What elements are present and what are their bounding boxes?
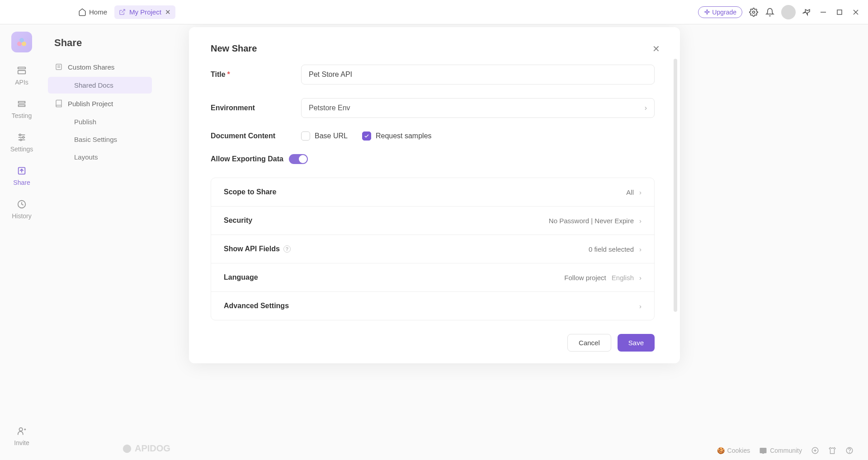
rail-invite[interactable]: Invite bbox=[14, 426, 29, 446]
svg-point-17 bbox=[23, 136, 24, 138]
svg-point-18 bbox=[20, 139, 22, 141]
tabs-area: Home My Project ✕ bbox=[73, 5, 175, 19]
modal-title: New Share bbox=[211, 43, 658, 54]
header-right: Upgrade bbox=[698, 5, 861, 19]
brand-watermark: APIDOG bbox=[122, 443, 170, 454]
close-icon[interactable] bbox=[851, 7, 861, 17]
rail-settings[interactable]: Settings bbox=[10, 132, 33, 153]
database-icon bbox=[16, 65, 27, 76]
app-header: Home My Project ✕ Upgrade bbox=[0, 0, 868, 24]
svg-rect-12 bbox=[19, 105, 25, 107]
upgrade-button[interactable]: Upgrade bbox=[698, 6, 742, 18]
sliders-icon bbox=[16, 132, 27, 143]
book-icon bbox=[54, 99, 63, 108]
footer-shirt-icon[interactable] bbox=[828, 446, 836, 455]
scrollbar-thumb[interactable] bbox=[674, 59, 677, 312]
nav-rail: APIs Testing Settings Share History Invi… bbox=[0, 24, 43, 460]
maximize-icon[interactable] bbox=[835, 7, 844, 17]
side-publish[interactable]: Publish bbox=[48, 113, 152, 130]
setting-language-label: Language bbox=[224, 273, 258, 282]
svg-point-8 bbox=[19, 38, 24, 42]
setting-language[interactable]: Language Follow projectEnglish› bbox=[211, 263, 654, 291]
cookie-icon: 🍪 bbox=[717, 447, 725, 454]
sparkle-icon bbox=[704, 9, 710, 15]
setting-security[interactable]: Security No Password | Never Expire› bbox=[211, 206, 654, 235]
avatar[interactable] bbox=[781, 5, 796, 19]
svg-point-16 bbox=[19, 134, 21, 136]
side-layouts[interactable]: Layouts bbox=[48, 149, 152, 165]
svg-point-21 bbox=[19, 428, 23, 431]
tab-project[interactable]: My Project ✕ bbox=[114, 5, 175, 19]
cancel-button[interactable]: Cancel bbox=[567, 334, 611, 352]
side-custom-shares[interactable]: Custom Shares bbox=[43, 58, 156, 76]
footer-help-icon[interactable] bbox=[845, 446, 854, 455]
save-button[interactable]: Save bbox=[618, 334, 655, 352]
checkbox-icon bbox=[301, 131, 310, 141]
side-custom-shares-label: Custom Shares bbox=[68, 63, 114, 71]
setting-advanced-label: Advanced Settings bbox=[224, 302, 289, 310]
label-title: Title* bbox=[211, 70, 301, 79]
checkbox-base-url[interactable]: Base URL bbox=[301, 131, 348, 141]
footer-cookies[interactable]: 🍪 Cookies bbox=[717, 447, 750, 454]
list-icon bbox=[54, 62, 63, 71]
setting-api-fields[interactable]: Show API Fields? 0 field selected› bbox=[211, 235, 654, 263]
svg-rect-10 bbox=[18, 70, 26, 74]
chevron-right-icon: › bbox=[645, 104, 647, 112]
modal-footer: Cancel Save bbox=[211, 334, 655, 352]
setting-advanced[interactable]: Advanced Settings › bbox=[211, 291, 654, 320]
chevron-right-icon: › bbox=[639, 274, 642, 282]
setting-scope[interactable]: Scope to Share All› bbox=[211, 178, 654, 206]
rail-apis[interactable]: APIs bbox=[15, 65, 28, 86]
chevron-right-icon: › bbox=[639, 245, 642, 253]
side-publish-project-label: Publish Project bbox=[68, 100, 113, 108]
label-export: Allow Exporting Data bbox=[211, 155, 283, 163]
footer-community[interactable]: Community bbox=[759, 446, 802, 455]
new-share-modal: New Share ✕ Title* Environment Petstore … bbox=[189, 27, 680, 363]
svg-point-1 bbox=[753, 11, 755, 13]
share-icon bbox=[16, 165, 27, 176]
gear-icon[interactable] bbox=[749, 7, 759, 17]
environment-value: Petstore Env bbox=[309, 104, 350, 112]
side-shared-docs[interactable]: Shared Docs bbox=[48, 77, 152, 94]
app-logo[interactable] bbox=[11, 32, 32, 52]
footer-plus-icon[interactable] bbox=[811, 446, 819, 455]
modal-close-icon[interactable]: ✕ bbox=[652, 43, 660, 54]
setting-security-label: Security bbox=[224, 216, 252, 225]
environment-select[interactable]: Petstore Env › bbox=[301, 98, 655, 118]
row-doc-content: Document Content Base URL Request sample… bbox=[211, 131, 655, 141]
svg-rect-11 bbox=[19, 102, 25, 103]
checkbox-checked-icon bbox=[362, 131, 371, 141]
footer-bar: 🍪 Cookies Community bbox=[712, 441, 859, 460]
title-input[interactable] bbox=[301, 65, 655, 84]
tab-home[interactable]: Home bbox=[73, 5, 113, 19]
rail-share[interactable]: Share bbox=[13, 165, 30, 186]
side-publish-project[interactable]: Publish Project bbox=[43, 94, 156, 113]
checkbox-request-samples[interactable]: Request samples bbox=[362, 131, 432, 141]
label-environment: Environment bbox=[211, 104, 301, 112]
bell-icon[interactable] bbox=[765, 7, 775, 17]
label-doc-content: Document Content bbox=[211, 132, 301, 140]
svg-point-27 bbox=[123, 444, 131, 452]
svg-line-0 bbox=[122, 9, 125, 13]
chevron-right-icon: › bbox=[639, 302, 642, 310]
tab-project-label: My Project bbox=[129, 8, 161, 16]
pin-icon[interactable] bbox=[802, 7, 812, 17]
row-export: Allow Exporting Data bbox=[211, 154, 655, 164]
rail-history[interactable]: History bbox=[12, 199, 32, 220]
home-icon bbox=[78, 8, 86, 16]
side-shared-docs-label: Shared Docs bbox=[74, 81, 113, 89]
minimize-icon[interactable] bbox=[818, 7, 828, 17]
rail-share-label: Share bbox=[13, 179, 30, 186]
rail-history-label: History bbox=[12, 212, 32, 220]
user-plus-icon bbox=[16, 426, 27, 437]
modal-scrollbar[interactable] bbox=[674, 59, 677, 323]
export-toggle[interactable] bbox=[289, 154, 308, 164]
tab-close-icon[interactable]: ✕ bbox=[165, 8, 171, 16]
rail-testing-label: Testing bbox=[12, 112, 32, 119]
row-title: Title* bbox=[211, 65, 655, 84]
row-environment: Environment Petstore Env › bbox=[211, 98, 655, 118]
rail-testing[interactable]: Testing bbox=[12, 99, 32, 119]
side-basic-settings[interactable]: Basic Settings bbox=[48, 131, 152, 148]
chevron-right-icon: › bbox=[639, 217, 642, 225]
svg-point-32 bbox=[849, 452, 850, 452]
